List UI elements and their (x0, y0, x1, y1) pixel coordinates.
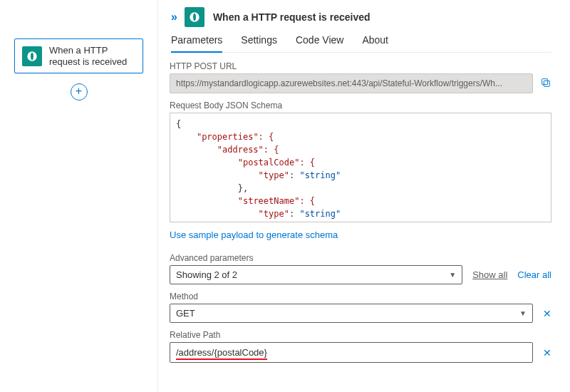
tab-bar: Parameters Settings Code View About (170, 34, 551, 53)
svg-rect-0 (544, 81, 549, 86)
url-label: HTTP POST URL (170, 61, 551, 71)
panel-title: When a HTTP request is received (213, 11, 370, 23)
chevron-down-icon: ▼ (449, 271, 456, 279)
globe-icon (185, 7, 204, 27)
advanced-select[interactable]: Showing 2 of 2 ▼ (170, 265, 462, 284)
relative-path-label: Relative Path (170, 330, 551, 340)
trigger-node[interactable]: When a HTTP request is received (14, 38, 143, 73)
schema-editor[interactable]: { "properties": { "address": { "postalCo… (170, 113, 551, 222)
svg-rect-1 (542, 78, 548, 84)
canvas: When a HTTP request is received + (0, 0, 157, 392)
tab-settings[interactable]: Settings (241, 34, 277, 52)
method-select[interactable]: GET ▼ (170, 304, 533, 323)
clear-all-link[interactable]: Clear all (517, 269, 551, 280)
tab-about[interactable]: About (362, 34, 388, 52)
show-all-link[interactable]: Show all (472, 269, 507, 280)
relative-path-input[interactable]: /address/{postalCode} (170, 342, 533, 363)
advanced-select-value: Showing 2 of 2 (176, 269, 237, 280)
method-label: Method (170, 292, 551, 301)
tab-code-view[interactable]: Code View (296, 34, 343, 52)
tab-parameters[interactable]: Parameters (171, 34, 222, 53)
sample-payload-link[interactable]: Use sample payload to generate schema (170, 229, 338, 240)
chevron-down-icon: ▼ (519, 309, 527, 317)
schema-label: Request Body JSON Schema (170, 100, 551, 110)
details-panel: » When a HTTP request is received Parame… (158, 0, 570, 392)
advanced-label: Advanced parameters (170, 253, 551, 263)
collapse-button[interactable]: » (170, 11, 176, 24)
add-step-button[interactable]: + (71, 83, 88, 100)
http-post-url-field[interactable]: https://mystandardlogicapp.azurewebsites… (170, 73, 533, 93)
method-select-value: GET (176, 308, 195, 319)
remove-relpath-button[interactable]: ✕ (543, 347, 551, 359)
trigger-node-label: When a HTTP request is received (49, 45, 135, 67)
globe-icon (22, 46, 42, 66)
remove-method-button[interactable]: ✕ (543, 308, 551, 319)
copy-icon[interactable] (540, 77, 551, 91)
